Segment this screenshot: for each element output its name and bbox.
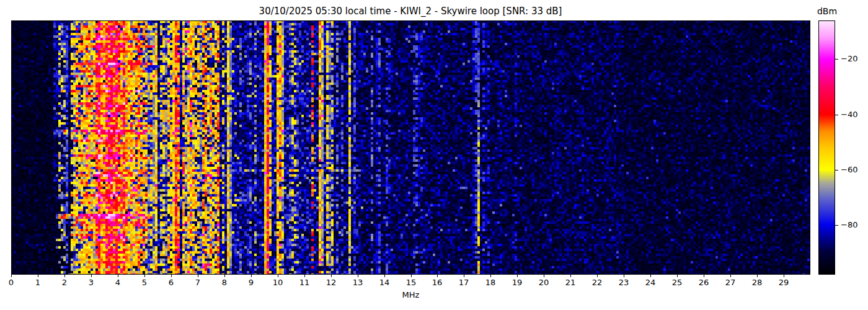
x-tick-mark	[730, 275, 731, 277]
x-tick-label: 8	[212, 278, 237, 287]
x-tick-mark	[331, 275, 332, 277]
x-tick-mark	[118, 275, 118, 277]
x-tick-label: 0	[0, 278, 24, 287]
x-tick-label: 10	[265, 278, 290, 287]
x-tick-label: 6	[159, 278, 184, 287]
x-tick-label: 21	[558, 278, 583, 287]
x-tick-label: 24	[638, 278, 663, 287]
x-tick-mark	[304, 275, 305, 277]
x-tick-label: 1	[25, 278, 50, 287]
chart-title: 30/10/2025 05:30 local time - KIWI_2 - S…	[131, 6, 689, 17]
x-tick-label: 12	[319, 278, 343, 287]
x-tick-mark	[251, 275, 252, 277]
colorbar-title: dBm	[808, 6, 846, 16]
x-tick-mark	[171, 275, 172, 277]
x-tick-label: 2	[52, 278, 77, 287]
x-tick-label: 17	[451, 278, 476, 287]
x-tick-mark	[544, 275, 544, 277]
x-axis-label: MHz	[379, 290, 442, 299]
x-tick-label: 3	[79, 278, 104, 287]
x-tick-mark	[91, 275, 92, 277]
x-tick-mark	[757, 275, 758, 277]
x-tick-label: 7	[185, 278, 210, 287]
x-tick-mark	[677, 275, 678, 277]
x-tick-label: 14	[372, 278, 397, 287]
x-tick-label: 28	[745, 278, 769, 287]
x-tick-mark	[38, 275, 38, 277]
x-tick-label: 4	[105, 278, 130, 287]
spectrogram-canvas	[11, 20, 810, 275]
x-tick-mark	[624, 275, 624, 277]
x-tick-label: 27	[718, 278, 743, 287]
x-tick-mark	[437, 275, 438, 277]
x-tick-label: 15	[399, 278, 423, 287]
colorbar-canvas	[818, 20, 835, 275]
x-tick-mark	[11, 275, 12, 277]
x-tick-mark	[784, 275, 784, 277]
x-tick-label: 13	[345, 278, 370, 287]
spectrogram-figure: 30/10/2025 05:30 local time - KIWI_2 - S…	[0, 0, 868, 310]
x-tick-mark	[198, 275, 198, 277]
x-tick-mark	[224, 275, 225, 277]
colorbar-tick-mark	[835, 59, 838, 60]
x-tick-mark	[517, 275, 518, 277]
x-tick-label: 29	[771, 278, 796, 287]
colorbar-tick-label: −40	[841, 110, 857, 120]
x-tick-label: 20	[531, 278, 556, 287]
x-tick-mark	[464, 275, 464, 277]
x-tick-label: 18	[478, 278, 503, 287]
colorbar-tick-label: −80	[841, 220, 857, 230]
x-tick-mark	[64, 275, 65, 277]
x-tick-mark	[384, 275, 385, 277]
x-tick-mark	[411, 275, 412, 277]
colorbar-tick-label: −60	[841, 165, 857, 175]
x-tick-mark	[358, 275, 358, 277]
x-tick-mark	[597, 275, 598, 277]
x-tick-label: 5	[132, 278, 157, 287]
x-tick-mark	[704, 275, 704, 277]
x-tick-mark	[570, 275, 571, 277]
colorbar-tick-mark	[835, 115, 838, 115]
colorbar-tick-label: −20	[841, 54, 857, 64]
x-tick-label: 25	[665, 278, 689, 287]
x-tick-label: 26	[691, 278, 716, 287]
x-tick-label: 11	[292, 278, 317, 287]
x-tick-label: 22	[585, 278, 609, 287]
x-tick-label: 9	[239, 278, 264, 287]
x-tick-mark	[490, 275, 491, 277]
x-tick-label: 19	[505, 278, 529, 287]
x-tick-mark	[650, 275, 651, 277]
x-tick-label: 23	[611, 278, 636, 287]
colorbar-tick-mark	[835, 225, 838, 226]
x-tick-mark	[144, 275, 145, 277]
x-tick-label: 16	[425, 278, 450, 287]
colorbar-tick-mark	[835, 170, 838, 170]
x-tick-mark	[278, 275, 278, 277]
